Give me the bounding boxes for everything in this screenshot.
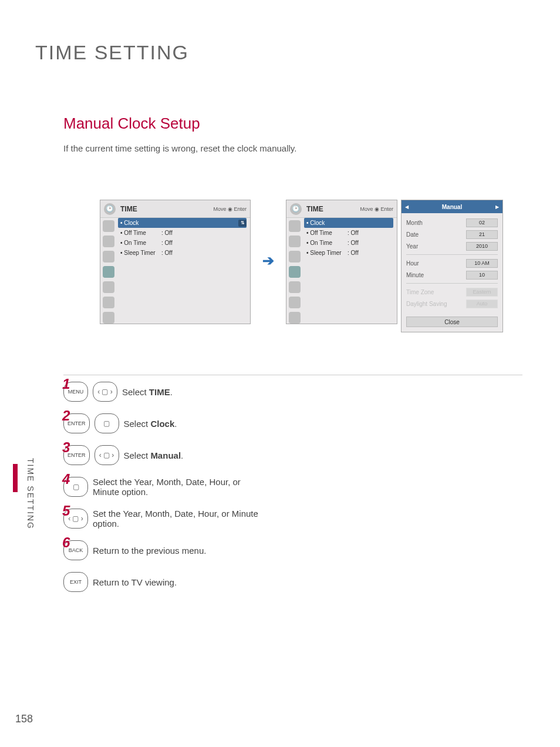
step-text: Select TIME.: [122, 387, 173, 397]
popup-title: Manual: [442, 204, 462, 210]
dpad-lr-icon[interactable]: ‹ ▢ ›: [93, 382, 117, 402]
popup-label: Minute: [406, 272, 424, 278]
steps-list: 1 MENU ‹ ▢ › Select TIME. 2 ENTER ▢ Sele…: [63, 382, 269, 592]
osd-item-label: On Time: [310, 240, 332, 246]
osd-screenshots: 🕑 TIME Move ◉ Enter • Clock ⇅: [100, 200, 503, 332]
osd-item-value: : Off: [348, 230, 393, 236]
popup-value[interactable]: 2010: [466, 242, 498, 251]
popup-value[interactable]: 21: [466, 230, 498, 239]
page-title: TIME SETTING: [35, 41, 189, 64]
page-number: 158: [15, 713, 33, 725]
osd-item-label: Clock: [124, 220, 139, 226]
popup-row-date[interactable]: Date 21: [406, 228, 498, 240]
step-number: 3: [62, 439, 70, 456]
menu-icon-6: [289, 297, 301, 308]
osd-item-sleeptimer[interactable]: • Sleep Timer : Off: [304, 248, 393, 258]
menu-icon-time: [289, 266, 301, 278]
step-number: 2: [62, 408, 70, 424]
osd-item-label: Off Time: [310, 230, 332, 236]
step-1: 1 MENU ‹ ▢ › Select TIME.: [63, 382, 269, 402]
clock-icon: 🕑: [290, 203, 302, 215]
step-number: 4: [62, 471, 70, 487]
menu-icon-1: [289, 220, 301, 232]
divider: [406, 283, 498, 284]
menu-icon-1: [103, 220, 114, 232]
popup-row-minute[interactable]: Minute 10: [406, 269, 498, 281]
menu-icon-3: [103, 251, 114, 263]
popup-header[interactable]: ◀ Manual ▶: [402, 200, 502, 213]
osd-list: • Clock • Off Time : Off • On Time : Off…: [303, 218, 397, 324]
menu-icon-7: [289, 312, 301, 324]
step-2: 2 ENTER ▢ Select Clock.: [63, 413, 269, 433]
divider: [406, 254, 498, 255]
popup-value[interactable]: 10: [466, 271, 498, 280]
osd-category-icons: [286, 218, 303, 324]
popup-value[interactable]: 10 AM: [466, 259, 498, 268]
osd-item-offtime[interactable]: • Off Time : Off: [118, 228, 247, 238]
osd-item-offtime[interactable]: • Off Time : Off: [304, 228, 393, 238]
osd-hint: Move ◉ Enter: [213, 206, 247, 212]
arrow-right-icon: ➔: [257, 253, 280, 269]
osd-category-icons: [100, 218, 117, 324]
menu-icon-6: [103, 297, 114, 308]
popup-label: Year: [406, 243, 418, 250]
osd-title: TIME: [306, 205, 323, 213]
menu-icon-2: [289, 235, 301, 247]
popup-label: Daylight Saving: [406, 301, 447, 307]
exit-button[interactable]: EXIT: [63, 572, 88, 592]
step-3: 3 ENTER ‹ ▢ › Select Manual.: [63, 445, 269, 465]
step-text: Select Clock.: [124, 419, 177, 429]
manual-clock-popup: ◀ Manual ▶ Month 02 Date 21 Year 2010 Ho…: [401, 200, 503, 332]
osd-item-ontime[interactable]: • On Time : Off: [304, 238, 393, 248]
popup-row-year[interactable]: Year 2010: [406, 240, 498, 252]
popup-row-hour[interactable]: Hour 10 AM: [406, 257, 498, 269]
step-text: Select Manual.: [124, 450, 184, 460]
osd-item-value: : Off: [348, 240, 393, 246]
popup-row-timezone: Time Zone Eastern: [406, 286, 498, 298]
menu-icon-time: [103, 266, 114, 278]
clock-icon: 🕑: [104, 203, 116, 215]
menu-icon-2: [103, 235, 114, 247]
step-number: 5: [62, 503, 70, 519]
osd-item-label: Clock: [310, 220, 325, 226]
step-number: 6: [62, 534, 70, 551]
step-text: Return to the previous menu.: [93, 546, 206, 556]
step-5: 5 ‹ ▢ › Set the Year, Month, Date, Hour,…: [63, 509, 269, 529]
divider: [63, 375, 522, 375]
osd-item-label: Sleep Timer: [124, 250, 155, 256]
menu-icon-7: [103, 312, 114, 324]
osd-item-label: Off Time: [124, 230, 146, 236]
step-text: Return to TV viewing.: [93, 577, 177, 587]
side-accent: [13, 464, 18, 492]
popup-row-month[interactable]: Month 02: [406, 217, 498, 228]
popup-label: Month: [406, 220, 423, 226]
osd-item-value: : Off: [161, 240, 247, 246]
triangle-left-icon: ◀: [405, 204, 409, 210]
osd-item-ontime[interactable]: • On Time : Off: [118, 238, 247, 248]
osd-item-sleeptimer[interactable]: • Sleep Timer : Off: [118, 248, 247, 258]
osd-item-value: : Off: [161, 250, 247, 256]
step-exit: EXIT Return to TV viewing.: [63, 572, 269, 592]
osd-item-value: : Off: [348, 250, 393, 256]
osd-list: • Clock ⇅ • Off Time : Off • On Time : O…: [117, 218, 250, 324]
popup-row-daylight: Daylight Saving Auto: [406, 298, 498, 309]
menu-icon-5: [289, 281, 301, 293]
close-button[interactable]: Close: [406, 317, 498, 327]
osd-item-value: : Off: [161, 230, 247, 236]
popup-value[interactable]: 02: [466, 218, 498, 227]
osd-panel-after: 🕑 TIME Move ◉ Enter • Clock • Off Time: [286, 200, 397, 324]
osd-panel-before: 🕑 TIME Move ◉ Enter • Clock ⇅: [100, 200, 251, 324]
popup-label: Time Zone: [406, 289, 434, 295]
intro-text: If the current time setting is wrong, re…: [63, 143, 296, 153]
osd-item-clock[interactable]: • Clock ⇅: [118, 218, 247, 228]
step-6: 6 BACK Return to the previous menu.: [63, 540, 269, 560]
dpad-ud-icon[interactable]: ▢: [95, 413, 119, 433]
popup-value: Eastern: [466, 288, 498, 297]
step-text: Select the Year, Month, Date, Hour, or M…: [93, 477, 269, 497]
dpad-lr-icon[interactable]: ‹ ▢ ›: [95, 445, 119, 465]
step-text: Set the Year, Month, Date, Hour, or Minu…: [93, 509, 269, 529]
osd-hint: Move ◉ Enter: [360, 206, 393, 212]
expand-icon: ⇅: [238, 220, 247, 227]
section-title: Manual Clock Setup: [63, 115, 200, 133]
osd-item-clock[interactable]: • Clock: [304, 218, 393, 228]
